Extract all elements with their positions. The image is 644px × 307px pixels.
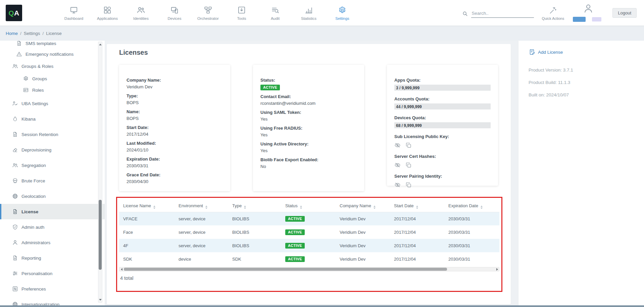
sidebar-list: SMS templates Emergency notifications Gr… bbox=[0, 41, 105, 305]
search-icon[interactable] bbox=[462, 10, 468, 17]
cell-license-name: VFACE bbox=[119, 212, 175, 225]
nav-item-tools[interactable]: Tools bbox=[225, 0, 258, 26]
nav-item-statistics[interactable]: Statistics bbox=[292, 0, 326, 26]
add-license-button[interactable]: Add License bbox=[529, 49, 644, 55]
column-header-type[interactable]: Type bbox=[228, 201, 281, 212]
sidebar-item-reporting[interactable]: Reporting bbox=[0, 250, 105, 266]
sidebar-item-label: SMS templates bbox=[26, 41, 56, 46]
status-badge: ACTIVE bbox=[285, 243, 305, 249]
copy-icon[interactable] bbox=[405, 182, 412, 188]
cell-start-date: 2017/12/04 bbox=[390, 252, 444, 266]
sitemap-icon bbox=[204, 6, 212, 14]
column-label: Start Date bbox=[394, 203, 414, 208]
table-row[interactable]: SDK device SDK ACTIVE Veridium Dev 2017/… bbox=[119, 252, 499, 266]
user-menu[interactable] bbox=[572, 1, 604, 25]
sidebar-scrollbar[interactable] bbox=[98, 42, 102, 303]
status-badge: ACTIVE bbox=[260, 85, 280, 90]
sidebar-item-segregation[interactable]: Segregation bbox=[0, 158, 105, 173]
scroll-up-arrow[interactable] bbox=[99, 44, 102, 45]
scroll-left-arrow[interactable] bbox=[119, 268, 123, 271]
nav-item-dashboard[interactable]: Dashboard bbox=[57, 0, 91, 26]
breadcrumb-settings[interactable]: Settings bbox=[24, 31, 40, 36]
eye-off-icon[interactable] bbox=[394, 142, 401, 148]
sidebar-item-label: Groups & Roles bbox=[21, 64, 53, 69]
sidebar-item-uba-settings[interactable]: UBA Settings bbox=[0, 96, 105, 111]
column-header-status[interactable]: Status bbox=[281, 201, 336, 212]
field-label: Start Date: bbox=[127, 125, 223, 130]
grid-icon bbox=[103, 6, 112, 14]
sidebar-item-label: Emergency notifications bbox=[26, 52, 73, 57]
scrollbar-thumb[interactable] bbox=[124, 268, 447, 271]
global-search bbox=[462, 10, 534, 18]
column-header-start-date[interactable]: Start Date bbox=[390, 201, 444, 212]
logo-letter-a: A bbox=[14, 9, 19, 17]
sidebar-item-session-retention[interactable]: Session Retention bbox=[0, 127, 105, 142]
sidebar-item-deprovisioning[interactable]: Deprovisioning bbox=[0, 142, 105, 158]
table-horizontal-scrollbar[interactable] bbox=[119, 267, 499, 271]
sidebar-item-admin-auth[interactable]: Admin auth bbox=[0, 219, 105, 235]
sort-icon bbox=[205, 206, 207, 209]
column-header-expiration-date[interactable]: Expiration Date bbox=[444, 201, 499, 212]
scroll-right-arrow[interactable] bbox=[495, 268, 499, 271]
copy-icon[interactable] bbox=[405, 162, 412, 168]
nav-item-audit[interactable]: Audit bbox=[258, 0, 292, 26]
sidebar-item-roles[interactable]: Roles bbox=[0, 84, 105, 96]
nav-label: Tools bbox=[237, 16, 246, 20]
logout-button[interactable]: Logout bbox=[612, 8, 637, 18]
table-row[interactable]: VFACE server, device BIOLIBS ACTIVE Veri… bbox=[119, 212, 499, 225]
breadcrumb: Home / Settings / License bbox=[0, 26, 644, 41]
settings-sidebar: SMS templates Emergency notifications Gr… bbox=[0, 41, 105, 305]
cell-start-date: 2017/12/04 bbox=[390, 212, 444, 225]
nav-item-identities[interactable]: Identities bbox=[124, 0, 158, 26]
column-header-environment[interactable]: Environment bbox=[175, 201, 228, 212]
scroll-down-arrow[interactable] bbox=[99, 299, 102, 301]
scrollbar-thumb[interactable] bbox=[99, 200, 102, 270]
gear-icon bbox=[338, 6, 347, 14]
column-label: Status bbox=[285, 203, 298, 208]
field-value: Yes bbox=[260, 132, 357, 138]
quota-value: 3 / 9,999,999 bbox=[394, 85, 419, 91]
nav-item-applications[interactable]: Applications bbox=[91, 0, 124, 26]
eye-off-icon[interactable] bbox=[394, 182, 401, 188]
brand-logo[interactable]: QA bbox=[6, 5, 22, 21]
breadcrumb-home[interactable]: Home bbox=[6, 31, 18, 36]
search-input[interactable] bbox=[471, 10, 534, 18]
built-on: Built on: 2024/10/07 bbox=[529, 92, 644, 98]
table-row[interactable]: Face server, device BIOLIBS ACTIVE Verid… bbox=[119, 225, 499, 239]
sidebar-item-brute-force[interactable]: Brute Force bbox=[0, 173, 105, 188]
sidebar-item-internationalization[interactable]: Internationalization bbox=[0, 297, 105, 305]
sidebar-item-license[interactable]: License bbox=[0, 204, 105, 219]
id-badge-icon bbox=[23, 87, 29, 93]
sidebar-item-emergency-notifications[interactable]: Emergency notifications bbox=[0, 49, 105, 59]
sidebar-item-personalisation[interactable]: Personalisation bbox=[0, 266, 105, 281]
copy-icon[interactable] bbox=[405, 142, 412, 148]
quick-actions-button[interactable]: Quick Actions bbox=[542, 6, 564, 20]
eye-off-icon[interactable] bbox=[394, 162, 401, 168]
column-header-license-name[interactable]: License Name bbox=[119, 201, 175, 212]
sidebar-item-kibana[interactable]: Kibana bbox=[0, 111, 105, 127]
sidebar-item-geolocation[interactable]: Geolocation bbox=[0, 188, 105, 204]
nav-item-settings[interactable]: Settings bbox=[326, 0, 359, 26]
nav-item-devices[interactable]: Devices bbox=[158, 0, 191, 26]
sidebar-item-groups[interactable]: Groups bbox=[0, 73, 105, 84]
nav-item-orchestrator[interactable]: Orchestrator bbox=[191, 0, 225, 26]
license-status-card: Status: ACTIVE Contact Email:rconstantin… bbox=[253, 65, 364, 191]
field-label: Status: bbox=[260, 78, 357, 83]
field-label: Type: bbox=[127, 93, 223, 99]
sidebar-item-sms-templates[interactable]: SMS templates bbox=[0, 41, 105, 49]
sliders-icon bbox=[12, 270, 18, 276]
sidebar-item-preferences[interactable]: Preferences bbox=[0, 281, 105, 297]
cell-company: Veridium Dev bbox=[336, 252, 390, 266]
field-value: 2017/12/04 bbox=[127, 132, 223, 137]
column-label: Company Name bbox=[340, 203, 371, 208]
apps-quota-bar: 3 / 9,999,999 bbox=[394, 85, 491, 91]
quick-actions-label: Quick Actions bbox=[542, 16, 564, 20]
sidebar-item-groups-roles[interactable]: Groups & Roles bbox=[0, 59, 105, 73]
nav-label: Settings bbox=[335, 16, 349, 20]
doc-icon bbox=[12, 255, 18, 261]
cell-status: ACTIVE bbox=[281, 212, 336, 225]
column-header-company-name[interactable]: Company Name bbox=[336, 201, 390, 212]
sidebar-item-administrators[interactable]: Administrators bbox=[0, 235, 105, 250]
table-row[interactable]: 4F server, device BIOLIBS ACTIVE Veridiu… bbox=[119, 239, 499, 252]
cell-company: Veridium Dev bbox=[336, 225, 390, 239]
